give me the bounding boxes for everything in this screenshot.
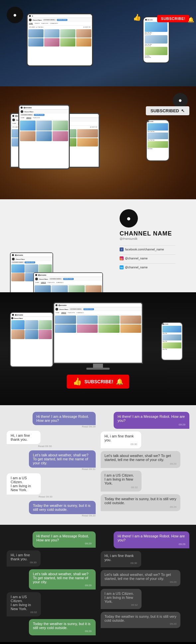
laptop-logo-dot: [12, 115, 14, 117]
s3-l-playlists[interactable]: PLAYLISTS: [48, 282, 54, 284]
mon-playlists[interactable]: PLAYLISTS: [68, 312, 75, 314]
cursor-icon: ↖: [181, 108, 185, 113]
phone-video-title: Video Title HereEdit Your Text: [145, 32, 167, 35]
laptop-channel-avatar: [12, 119, 15, 121]
mon-feature[interactable]: FEATURE STUDIO: [83, 308, 94, 310]
s4-t-th5: [25, 330, 38, 339]
r-chat-bubble-2: Hi, i am fine thank you. 09:30: [101, 431, 141, 448]
d-chat-ts-3: 09:29: [33, 584, 92, 587]
video-grid: [28, 29, 92, 47]
mon-t4: [120, 316, 142, 324]
section-5-chat-light: Hi there! I am a Message Robot. How are …: [0, 405, 196, 525]
d-chat-text-1: Hi there! I am a Message Robot. How are …: [37, 534, 89, 542]
r-chat-text-5: Today the weather is sunny, but it is st…: [105, 497, 176, 505]
laptop-home-tab[interactable]: HOME: [12, 123, 16, 125]
monitor-screen: ◐envato Channel Name CUSTOMIZE CHANNEL F…: [54, 303, 142, 363]
s3-feature[interactable]: FEATURE STUDIO: [25, 261, 35, 263]
d-chat-bubble-sent-3: Today the weather is sunny, but it is st…: [29, 619, 96, 635]
logo-dot: [29, 15, 31, 17]
chat-text-2: Hi, i am fine thank you.: [11, 433, 30, 441]
s3-l-customize[interactable]: CUSTOMIZE CHANNEL: [49, 278, 62, 280]
s3-l-avatar: [35, 278, 38, 280]
home-tab[interactable]: HOME: [29, 23, 33, 25]
phone-thumb-1: [145, 22, 167, 32]
video-thumb-7: [60, 38, 75, 46]
s3-t-thumb-1: [11, 264, 25, 273]
upload-label: UPLOADS: [29, 26, 35, 28]
feature-btn[interactable]: FEATURE STUDIO: [57, 19, 67, 21]
s3-l-feature[interactable]: FEATURE STUDIO: [63, 278, 74, 280]
monitor-header: ◐envato: [54, 303, 142, 307]
channel-bar: Channel Name CUSTOMIZE CHANNEL FEATURE S…: [28, 18, 92, 22]
dr-chat-ts-2: 09:30: [105, 562, 137, 565]
s3-l-home[interactable]: HOME: [35, 282, 39, 284]
t2-feature[interactable]: FEATURE STUDIO: [34, 114, 45, 116]
play-all: ► PLAY ALL: [36, 26, 44, 28]
chat-panel-right: Hi there! I am a Message Robot. How are …: [101, 412, 190, 518]
mon-grid: [54, 315, 142, 333]
twitter-link[interactable]: tw @channel_name: [120, 265, 147, 269]
instagram-link[interactable]: ig @channel_name: [120, 256, 147, 260]
playlists-tab[interactable]: PLAYLISTS: [41, 23, 48, 25]
phone-screen-2: ◐envato Video Title Here Video Title Her…: [147, 120, 169, 160]
s4-p-header: ◐envato: [162, 323, 181, 325]
t2-customize[interactable]: CUSTOMIZE CHANNEL: [20, 114, 33, 116]
mon-t2: [77, 316, 98, 324]
s3-l-grid: [34, 285, 102, 292]
s3-l-t1: [35, 285, 51, 292]
tablet-screen-2: ◐envato Channel Name CUSTOMIZE CHANNEL F…: [19, 106, 69, 168]
mon-customize[interactable]: CUSTOMIZE CHANNEL: [69, 308, 82, 310]
dr-chat-text-4: I am a US Citizen.I am living in New Yor…: [105, 592, 134, 603]
chat-bubble-sent-3: Today the weather is sunny, but it is st…: [29, 501, 96, 514]
videos-tab[interactable]: VIDEOS: [35, 23, 40, 25]
community-tab[interactable]: COMMUNITY: [50, 23, 58, 25]
t2-playlists[interactable]: PLAYLISTS: [33, 117, 40, 119]
channel-name: Channel Name: [33, 19, 42, 21]
s3-l-channels[interactable]: CHANNELS: [56, 282, 63, 284]
d-chat-ts-4: 09:32: [11, 611, 37, 614]
s4-p-dot: [162, 323, 164, 325]
video-thumb-2: [44, 29, 59, 38]
r-chat-bubble-5: Today the weather is sunny, but it is st…: [101, 494, 181, 511]
video-thumb-4: [76, 29, 91, 38]
mon-channels[interactable]: CHANNELS: [76, 312, 84, 314]
dr-chat-msg-3: Let's talk about weather, shall we? To g…: [101, 570, 190, 586]
chat-read-3: Read 09:31: [7, 468, 96, 471]
chat-bubble-sent-1: Hi there! I am a Message Robot. How are …: [33, 412, 96, 425]
subscribe-button-large[interactable]: 👍 SUBSCRIBE! 🔔: [67, 375, 129, 389]
dr-chat-msg-1: Hi there! I am a Message Robot. How are …: [105, 531, 189, 548]
dr-chat-ts-4: 09:32: [105, 603, 138, 606]
p2-title-1: Video Title Here: [147, 131, 168, 132]
t2-videos[interactable]: VIDEOS: [26, 117, 31, 119]
mon-t1: [55, 316, 76, 324]
mon-home[interactable]: HOME: [55, 312, 59, 314]
subscribe-button[interactable]: SUBSCRIBE!: [157, 15, 189, 22]
chat-msg-5: Today the weather is sunny, but it is st…: [7, 501, 96, 517]
tablet-header-2: ◐envato: [19, 106, 69, 110]
dr-chat-ts-5: 09:29: [105, 622, 177, 625]
channel-info: ● CHANNEL NAME @Premiumilk f facebook.co…: [116, 209, 189, 271]
dr-chat-text-3: Let's talk about weather, shall we? To g…: [105, 573, 171, 581]
mon-videos[interactable]: VIDEOS: [61, 312, 66, 314]
chat-bubble-recv-2: I am a US Citizen.I am living in New Yor…: [7, 473, 41, 495]
dr-chat-text-2: Hi, i am fine thank you.: [105, 554, 134, 562]
section-2-pool: ● SUBSCRIBED ↖ ◐envato Channel Name CUST…: [0, 86, 196, 199]
p2-title-2: Video Title Here: [147, 139, 168, 141]
t2-home[interactable]: HOME: [21, 117, 25, 119]
s4-t-avatar: [11, 317, 13, 319]
customize-btn[interactable]: CUSTOMIZE CHANNEL: [43, 19, 56, 21]
mon-name: Channel Name: [59, 309, 68, 310]
dr-chat-bubble-5: Today the weather is sunny, but it is st…: [101, 612, 181, 628]
dr-chat-ts-3: 09:29: [105, 581, 177, 584]
dr-chat-bubble-1: Hi there! I am a Message Robot. How are …: [114, 531, 189, 548]
channel-logo-symbol: ●: [127, 214, 131, 223]
channel-logo: ●: [120, 209, 138, 228]
chat-text-3: Let's talk about weather, shall we? To g…: [33, 453, 88, 465]
r-chat-msg-3: Let's talk about weather, shall we? To g…: [101, 451, 190, 468]
s3-l-videos[interactable]: VIDEOS: [41, 282, 46, 284]
s3-customize[interactable]: CUSTOMIZE CHANNEL: [11, 261, 24, 263]
facebook-link[interactable]: f facebook.com/channel_name: [120, 247, 164, 251]
envato-brand: ●: [32, 15, 33, 17]
laptop-sort: ⊞ SORT BY: [90, 126, 97, 128]
d-chat-bubble-recv-2: I am a US Citizen.I am living in New Yor…: [7, 592, 41, 616]
